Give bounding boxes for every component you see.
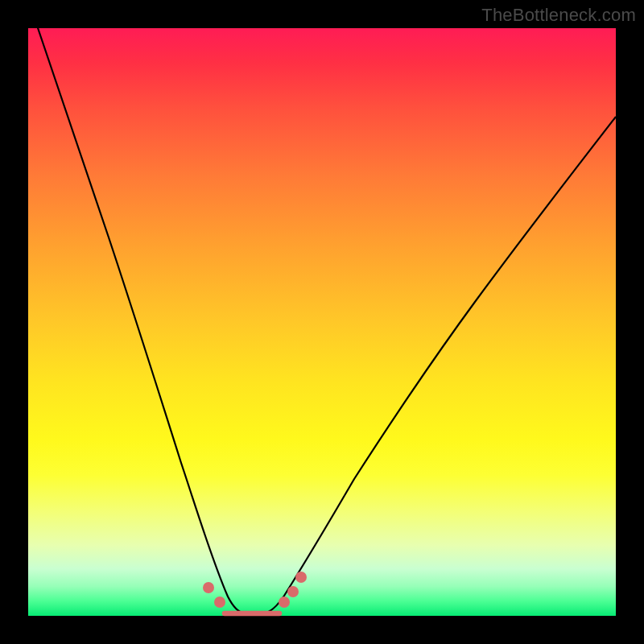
marker-dot — [279, 597, 290, 608]
marker-dot — [203, 582, 214, 593]
marker-dot — [295, 572, 307, 583]
left-curve — [34, 16, 245, 613]
chart-svg — [28, 28, 616, 616]
chart-frame: TheBottleneck.com — [0, 0, 644, 644]
plot-area — [28, 28, 616, 616]
marker-dot — [214, 597, 225, 608]
marker-dot — [287, 586, 299, 597]
watermark-text: TheBottleneck.com — [481, 5, 636, 26]
right-curve — [263, 117, 616, 613]
